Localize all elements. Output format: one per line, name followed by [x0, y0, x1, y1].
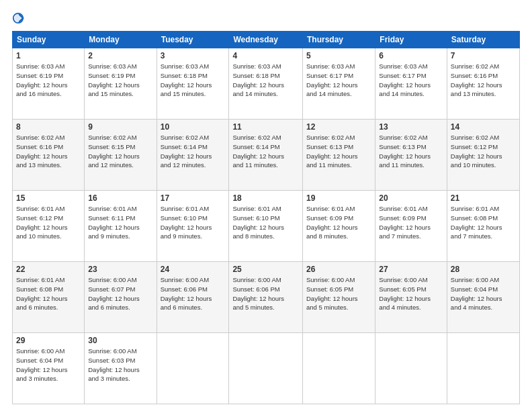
day-number: 29 [16, 336, 81, 345]
calendar-cell: 17Sunrise: 6:01 AMSunset: 6:10 PMDayligh… [157, 191, 229, 262]
day-info: Sunrise: 6:00 AMSunset: 6:05 PMDaylight:… [306, 275, 371, 312]
calendar-cell: 18Sunrise: 6:01 AMSunset: 6:10 PMDayligh… [229, 191, 303, 262]
day-number: 25 [232, 265, 299, 274]
day-info: Sunrise: 6:00 AMSunset: 6:04 PMDaylight:… [451, 275, 516, 312]
calendar-cell [229, 333, 303, 404]
day-number: 17 [161, 193, 226, 203]
day-number: 5 [306, 51, 371, 60]
day-info: Sunrise: 6:01 AMSunset: 6:11 PMDaylight:… [88, 204, 152, 241]
calendar-cell [157, 333, 229, 404]
day-info: Sunrise: 6:00 AMSunset: 6:04 PMDaylight:… [16, 347, 81, 383]
day-info: Sunrise: 6:02 AMSunset: 6:15 PMDaylight:… [88, 133, 152, 170]
day-info: Sunrise: 6:03 AMSunset: 6:19 PMDaylight:… [16, 62, 81, 99]
day-info: Sunrise: 6:03 AMSunset: 6:17 PMDaylight:… [379, 62, 443, 99]
calendar-cell: 10Sunrise: 6:02 AMSunset: 6:14 PMDayligh… [157, 120, 229, 191]
calendar-cell: 11Sunrise: 6:02 AMSunset: 6:14 PMDayligh… [229, 120, 303, 191]
day-info: Sunrise: 6:00 AMSunset: 6:05 PMDaylight:… [379, 275, 443, 312]
day-number: 14 [451, 122, 516, 132]
calendar-cell: 28Sunrise: 6:00 AMSunset: 6:04 PMDayligh… [447, 262, 519, 333]
calendar-cell: 13Sunrise: 6:02 AMSunset: 6:13 PMDayligh… [375, 120, 447, 191]
day-info: Sunrise: 6:00 AMSunset: 6:03 PMDaylight:… [88, 347, 152, 383]
day-number: 19 [306, 193, 371, 203]
day-number: 8 [16, 122, 81, 132]
day-number: 12 [306, 122, 371, 132]
calendar-week-row: 15Sunrise: 6:01 AMSunset: 6:12 PMDayligh… [13, 191, 520, 262]
calendar-cell: 15Sunrise: 6:01 AMSunset: 6:12 PMDayligh… [13, 191, 85, 262]
day-info: Sunrise: 6:02 AMSunset: 6:16 PMDaylight:… [16, 133, 81, 170]
page: SundayMondayTuesdayWednesdayThursdayFrid… [0, 0, 532, 411]
day-info: Sunrise: 6:00 AMSunset: 6:07 PMDaylight:… [88, 275, 152, 312]
day-info: Sunrise: 6:03 AMSunset: 6:17 PMDaylight:… [306, 62, 371, 99]
calendar-cell: 16Sunrise: 6:01 AMSunset: 6:11 PMDayligh… [85, 191, 157, 262]
day-number: 1 [16, 51, 81, 60]
calendar-cell: 3Sunrise: 6:03 AMSunset: 6:18 PMDaylight… [157, 48, 229, 120]
day-number: 2 [88, 51, 152, 60]
calendar-week-row: 8Sunrise: 6:02 AMSunset: 6:16 PMDaylight… [13, 120, 520, 191]
day-number: 15 [16, 193, 81, 203]
day-info: Sunrise: 6:01 AMSunset: 6:09 PMDaylight:… [379, 204, 443, 241]
calendar-cell: 7Sunrise: 6:02 AMSunset: 6:16 PMDaylight… [447, 48, 519, 120]
calendar-header-row: SundayMondayTuesdayWednesdayThursdayFrid… [13, 32, 520, 48]
day-number: 20 [379, 193, 443, 203]
day-number: 24 [161, 265, 226, 274]
calendar-cell: 14Sunrise: 6:02 AMSunset: 6:12 PMDayligh… [447, 120, 519, 191]
calendar-cell: 8Sunrise: 6:02 AMSunset: 6:16 PMDaylight… [13, 120, 85, 191]
day-info: Sunrise: 6:03 AMSunset: 6:19 PMDaylight:… [88, 62, 152, 99]
day-number: 3 [161, 51, 226, 60]
day-number: 22 [16, 265, 81, 274]
calendar-week-row: 22Sunrise: 6:01 AMSunset: 6:08 PMDayligh… [13, 262, 520, 333]
day-number: 7 [451, 51, 516, 60]
calendar-cell: 5Sunrise: 6:03 AMSunset: 6:17 PMDaylight… [303, 48, 375, 120]
day-number: 28 [451, 265, 516, 274]
day-number: 23 [88, 265, 152, 274]
day-info: Sunrise: 6:02 AMSunset: 6:14 PMDaylight:… [232, 133, 299, 170]
calendar-cell [447, 333, 519, 404]
calendar-cell: 9Sunrise: 6:02 AMSunset: 6:15 PMDaylight… [85, 120, 157, 191]
day-header-sunday: Sunday [13, 32, 85, 48]
day-number: 26 [306, 265, 371, 274]
header [12, 12, 520, 24]
day-info: Sunrise: 6:02 AMSunset: 6:13 PMDaylight:… [379, 133, 443, 170]
day-number: 27 [379, 265, 443, 274]
calendar-cell: 20Sunrise: 6:01 AMSunset: 6:09 PMDayligh… [375, 191, 447, 262]
day-info: Sunrise: 6:00 AMSunset: 6:06 PMDaylight:… [232, 275, 299, 312]
day-header-monday: Monday [85, 32, 157, 48]
day-number: 18 [232, 193, 299, 203]
calendar-cell: 24Sunrise: 6:00 AMSunset: 6:06 PMDayligh… [157, 262, 229, 333]
day-number: 10 [161, 122, 226, 132]
calendar-cell [303, 333, 375, 404]
day-number: 13 [379, 122, 443, 132]
calendar-cell: 2Sunrise: 6:03 AMSunset: 6:19 PMDaylight… [85, 48, 157, 120]
day-info: Sunrise: 6:03 AMSunset: 6:18 PMDaylight:… [232, 62, 299, 99]
calendar-cell: 26Sunrise: 6:00 AMSunset: 6:05 PMDayligh… [303, 262, 375, 333]
calendar-cell: 21Sunrise: 6:01 AMSunset: 6:08 PMDayligh… [447, 191, 519, 262]
day-number: 6 [379, 51, 443, 60]
calendar-cell: 19Sunrise: 6:01 AMSunset: 6:09 PMDayligh… [303, 191, 375, 262]
day-header-tuesday: Tuesday [157, 32, 229, 48]
calendar-cell: 4Sunrise: 6:03 AMSunset: 6:18 PMDaylight… [229, 48, 303, 120]
day-info: Sunrise: 6:01 AMSunset: 6:10 PMDaylight:… [232, 204, 299, 241]
day-header-thursday: Thursday [303, 32, 375, 48]
day-header-friday: Friday [375, 32, 447, 48]
calendar-week-row: 29Sunrise: 6:00 AMSunset: 6:04 PMDayligh… [13, 333, 520, 404]
day-info: Sunrise: 6:01 AMSunset: 6:10 PMDaylight:… [161, 204, 226, 241]
day-header-wednesday: Wednesday [229, 32, 303, 48]
day-info: Sunrise: 6:01 AMSunset: 6:12 PMDaylight:… [16, 204, 81, 241]
day-number: 16 [88, 193, 152, 203]
calendar-week-row: 1Sunrise: 6:03 AMSunset: 6:19 PMDaylight… [13, 48, 520, 120]
day-info: Sunrise: 6:01 AMSunset: 6:08 PMDaylight:… [451, 204, 516, 241]
day-info: Sunrise: 6:02 AMSunset: 6:14 PMDaylight:… [161, 133, 226, 170]
day-info: Sunrise: 6:00 AMSunset: 6:06 PMDaylight:… [161, 275, 226, 312]
calendar-cell: 27Sunrise: 6:00 AMSunset: 6:05 PMDayligh… [375, 262, 447, 333]
calendar-cell: 30Sunrise: 6:00 AMSunset: 6:03 PMDayligh… [85, 333, 157, 404]
logo-icon [12, 12, 24, 24]
day-number: 9 [88, 122, 152, 132]
calendar-cell: 1Sunrise: 6:03 AMSunset: 6:19 PMDaylight… [13, 48, 85, 120]
day-info: Sunrise: 6:02 AMSunset: 6:13 PMDaylight:… [306, 133, 371, 170]
day-header-saturday: Saturday [447, 32, 519, 48]
day-number: 4 [232, 51, 299, 60]
calendar-cell: 25Sunrise: 6:00 AMSunset: 6:06 PMDayligh… [229, 262, 303, 333]
calendar-cell [375, 333, 447, 404]
calendar-cell: 23Sunrise: 6:00 AMSunset: 6:07 PMDayligh… [85, 262, 157, 333]
calendar-cell: 22Sunrise: 6:01 AMSunset: 6:08 PMDayligh… [13, 262, 85, 333]
